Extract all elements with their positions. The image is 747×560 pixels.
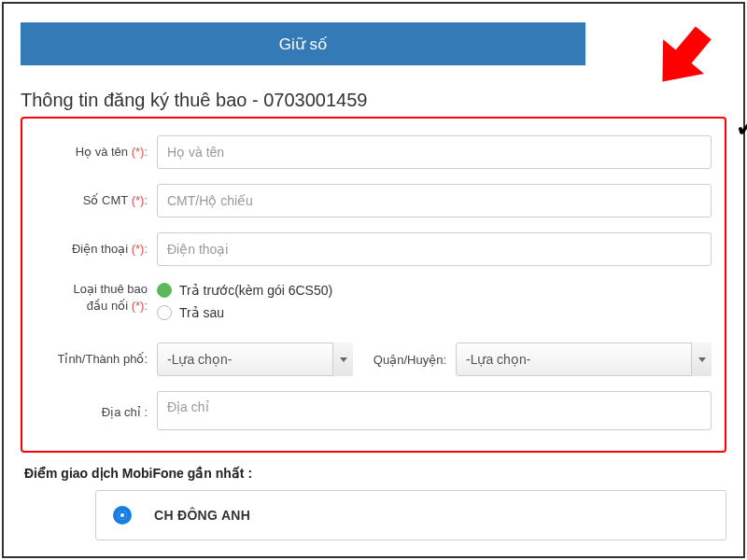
checkmark-icon: ✔ <box>736 114 747 143</box>
phone-label: Điện thoại (*): <box>35 241 157 258</box>
idnum-label: Số CMT (*): <box>35 192 157 209</box>
fullname-label: Họ và tên (*): <box>35 144 157 161</box>
district-label: Quận/Huyện: <box>353 353 456 367</box>
district-select[interactable]: -Lựa chọn- <box>456 343 712 376</box>
subtype-label: Loại thuê bao đầu nối (*): <box>35 281 157 315</box>
hold-number-tab[interactable]: Giữ số <box>21 22 585 65</box>
address-input[interactable] <box>157 391 712 430</box>
tab-label: Giữ số <box>279 35 327 53</box>
phone-input[interactable] <box>157 232 712 266</box>
store-name: CH ĐÔNG ANH <box>154 508 250 523</box>
registration-form: Họ và tên (*): Số CMT (*): Điện thoại (*… <box>21 117 726 453</box>
radio-unchecked-icon <box>157 305 172 320</box>
fullname-input[interactable] <box>157 135 712 169</box>
idnum-input[interactable] <box>157 184 712 217</box>
province-select[interactable]: -Lựa chọn- <box>157 343 353 376</box>
store-option[interactable]: CH ĐÔNG ANH <box>95 490 726 540</box>
section-title: Thông tin đăng ký thuê bao - 0703001459 <box>21 90 726 111</box>
radio-checked-icon <box>157 283 172 298</box>
phone-number: 0703001459 <box>263 90 367 110</box>
province-label: Tỉnh/Thành phố: <box>35 351 157 368</box>
radio-selected-icon <box>113 506 132 525</box>
radio-postpaid[interactable]: Trả sau <box>157 305 712 320</box>
nearest-store-label: Điểm giao dịch MobiFone gần nhất : <box>24 466 726 481</box>
address-label: Địa chỉ : <box>35 404 157 421</box>
radio-prepaid[interactable]: Trả trước(kèm gói 6CS50) <box>157 283 712 298</box>
